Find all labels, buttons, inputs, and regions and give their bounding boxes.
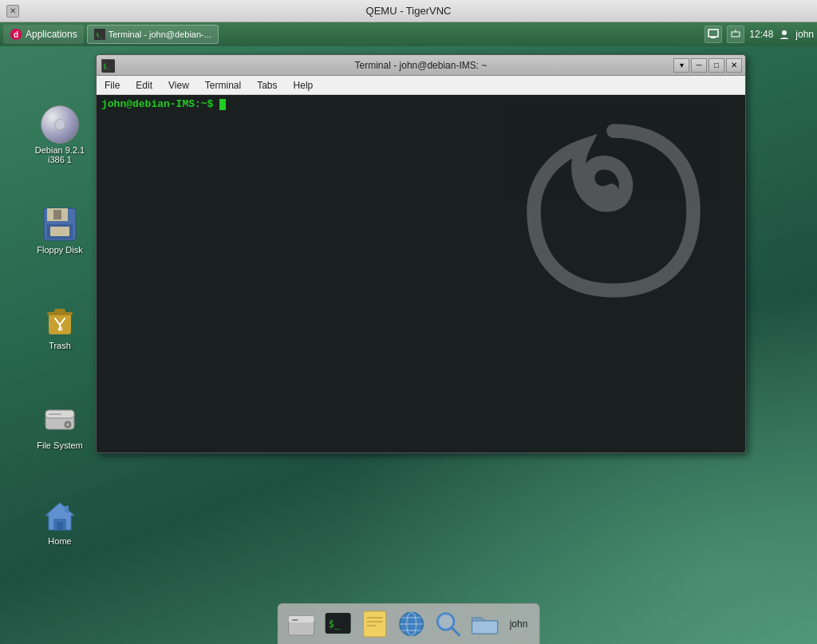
svg-rect-16 — [54, 309, 65, 314]
svg-rect-11 — [53, 210, 61, 219]
terminal-window: $_ Terminal - john@debian-IMS: ~ ▾ ─ □ ✕… — [96, 54, 746, 453]
terminal-cursor — [219, 99, 226, 110]
svg-rect-5 — [711, 37, 716, 38]
svg-rect-6 — [732, 32, 740, 37]
bottom-icon-folder[interactable] — [468, 607, 502, 641]
svg-text:d: d — [14, 30, 18, 39]
desktop-icon-trash[interactable]: ♻ Trash — [24, 298, 96, 354]
terminal-window-icon: $_ — [101, 59, 114, 72]
browser-icon — [397, 610, 426, 638]
svg-rect-4 — [708, 30, 718, 37]
svg-rect-46 — [472, 621, 498, 634]
terminal-menu-file[interactable]: File — [97, 78, 128, 93]
applications-label: Applications — [26, 29, 77, 40]
svg-text:$_: $_ — [96, 32, 103, 38]
username-label: john — [795, 29, 814, 40]
terminal-taskbar-icon: $_ — [94, 29, 105, 40]
svg-line-44 — [452, 627, 460, 635]
svg-point-21 — [67, 424, 69, 426]
notes-icon — [361, 610, 389, 638]
bottom-icon-search[interactable] — [432, 607, 465, 641]
terminal-menu-terminal[interactable]: Terminal — [197, 78, 249, 93]
trash-icon-img: ♻ — [41, 301, 79, 339]
qemu-titlebar: QEMU - TigerVNC ✕ — [0, 0, 817, 22]
bottom-icon-files[interactable] — [285, 607, 318, 641]
terminal-maximize-btn[interactable]: □ — [708, 58, 724, 73]
svg-rect-22 — [49, 413, 61, 415]
floppy-disc-icon — [42, 207, 77, 242]
display-icon — [708, 29, 719, 40]
terminal-menu-edit[interactable]: Edit — [128, 78, 160, 93]
bottom-taskbar: $_ — [278, 603, 540, 644]
terminal-prompt-text: john@debian-IMS:~$ — [101, 98, 213, 110]
terminal-debian-swirl — [514, 111, 713, 310]
home-icon-label: Home — [48, 536, 71, 546]
svg-text:$_: $_ — [103, 63, 111, 70]
svg-text:$_: $_ — [329, 618, 341, 630]
svg-rect-13 — [50, 227, 69, 236]
desktop-icon-filesystem[interactable]: File System — [24, 397, 96, 453]
terminal-bottom-icon: $_ — [324, 610, 353, 638]
terminal-menu-help[interactable]: Help — [286, 78, 322, 93]
bottom-icon-terminal[interactable]: $_ — [322, 607, 355, 641]
desktop: Debian 9.2.1i386 1 Floppy Disk ♻ — [0, 46, 817, 644]
terminal-titlebar: $_ Terminal - john@debian-IMS: ~ ▾ ─ □ ✕ — [97, 55, 745, 76]
floppy-icon-img — [41, 205, 79, 243]
clock: 12:48 — [749, 29, 773, 40]
cd-disc — [41, 105, 79, 144]
terminal-icon-small: $_ — [102, 60, 115, 73]
svg-rect-25 — [57, 522, 63, 530]
terminal-body[interactable]: john@debian-IMS:~$ — [97, 95, 745, 452]
desktop-icon-debian[interactable]: Debian 9.2.1i386 1 — [24, 102, 96, 168]
terminal-menu-tabs[interactable]: Tabs — [249, 78, 285, 93]
svg-point-45 — [438, 614, 454, 630]
desktop-icon-home[interactable]: Home — [24, 493, 96, 549]
desktop-icon-floppy[interactable]: Floppy Disk — [24, 202, 96, 258]
debian-logo-icon: d — [10, 28, 22, 41]
network-icon-btn[interactable] — [727, 26, 744, 43]
svg-rect-30 — [289, 616, 314, 622]
network-icon — [730, 29, 741, 40]
terminal-prompt-line: john@debian-IMS:~$ — [101, 98, 740, 110]
folder-icon — [471, 610, 499, 638]
home-folder-icon — [42, 498, 77, 533]
filesystem-icon-img — [41, 401, 79, 439]
applications-menu-button[interactable]: d Applications — [3, 25, 84, 44]
trash-can-icon: ♻ — [42, 302, 77, 338]
files-manager-icon — [287, 610, 316, 638]
search-icon — [434, 610, 463, 638]
taskbar-right-area: 12:48 john — [705, 26, 814, 43]
terminal-unshade-btn[interactable]: ─ — [691, 58, 707, 73]
trash-icon-label: Trash — [49, 341, 71, 350]
svg-rect-26 — [65, 506, 69, 512]
qemu-close-button[interactable]: ✕ — [6, 5, 19, 18]
svg-text:♻: ♻ — [57, 326, 63, 333]
terminal-minimize-btn[interactable]: ▾ — [673, 58, 689, 73]
user-icon — [778, 28, 791, 41]
svg-point-8 — [782, 30, 787, 35]
bottom-username-label: john — [505, 618, 533, 630]
terminal-taskbar-label: Terminal - john@debian-... — [109, 30, 211, 39]
terminal-close-btn[interactable]: ✕ — [726, 58, 742, 73]
terminal-menu-view[interactable]: View — [160, 78, 197, 93]
floppy-icon-label: Floppy Disk — [37, 245, 82, 255]
terminal-menubar: File Edit View Terminal Tabs Help — [97, 76, 745, 95]
terminal-window-controls: ▾ ─ □ ✕ — [673, 58, 742, 73]
svg-rect-31 — [292, 619, 298, 621]
filesystem-icon-label: File System — [37, 441, 82, 450]
bottom-icon-browser[interactable] — [395, 607, 428, 641]
xfce-taskbar: d Applications $_ Terminal - john@debian… — [0, 22, 817, 46]
bottom-icon-notes[interactable] — [358, 607, 392, 641]
home-icon-img — [41, 496, 79, 535]
debian-icon-label: Debian 9.2.1i386 1 — [35, 145, 85, 164]
debian-cd-icon-img — [41, 105, 79, 144]
qemu-title: QEMU - TigerVNC — [366, 5, 452, 17]
filesystem-drive-icon — [42, 402, 77, 437]
terminal-window-title: Terminal - john@debian-IMS: ~ — [355, 60, 487, 71]
svg-rect-34 — [364, 611, 386, 637]
terminal-taskbar-button[interactable]: $_ Terminal - john@debian-... — [87, 25, 219, 44]
display-icon-btn[interactable] — [705, 26, 722, 43]
